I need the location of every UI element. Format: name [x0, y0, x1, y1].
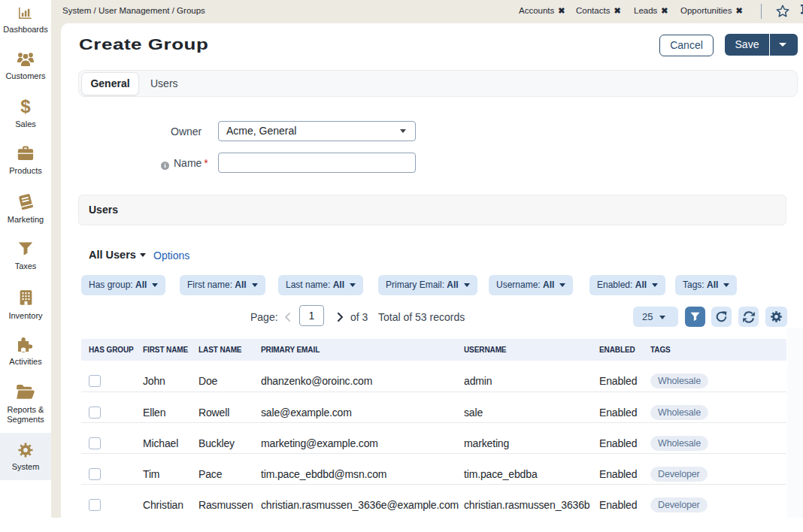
svg-text:$: $ — [20, 98, 31, 115]
